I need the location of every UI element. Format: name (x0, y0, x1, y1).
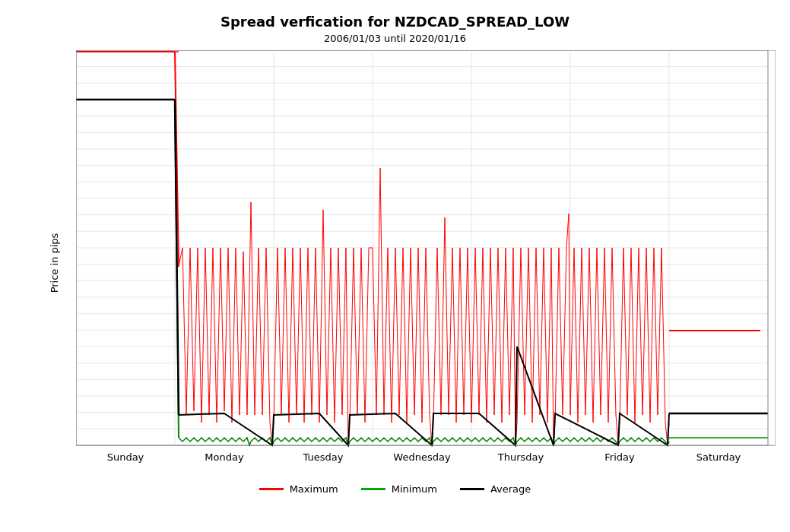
legend-label-average: Average (490, 483, 531, 495)
legend-line-minimum (361, 488, 385, 490)
svg-text:Saturday: Saturday (696, 451, 741, 463)
chart-container: Spread verfication for NZDCAD_SPREAD_LOW… (0, 0, 790, 532)
legend-item-minimum: Minimum (361, 483, 437, 495)
svg-text:Monday: Monday (205, 451, 244, 463)
svg-text:Thursday: Thursday (497, 451, 544, 463)
legend-line-maximum (259, 488, 284, 490)
legend-item-maximum: Maximum (259, 483, 338, 495)
svg-text:Tuesday: Tuesday (302, 451, 343, 463)
legend-item-average: Average (460, 483, 531, 495)
legend-line-average (460, 488, 484, 490)
svg-text:Friday: Friday (604, 451, 635, 463)
chart-title: Spread verfication for NZDCAD_SPREAD_LOW (221, 14, 569, 30)
main-chart: 0.00000 0.00019 0.00038 0.00058 0.00077 … (76, 50, 776, 476)
y-axis-label: Price in pips (48, 233, 59, 293)
chart-subtitle: 2006/01/03 until 2020/01/16 (324, 33, 466, 44)
chart-area: Price in pips (76, 50, 776, 476)
svg-text:Wednesday: Wednesday (393, 451, 451, 463)
svg-text:Sunday: Sunday (106, 451, 144, 463)
legend: Maximum Minimum Average (259, 483, 531, 495)
legend-label-minimum: Minimum (392, 483, 437, 495)
legend-label-maximum: Maximum (290, 483, 338, 495)
